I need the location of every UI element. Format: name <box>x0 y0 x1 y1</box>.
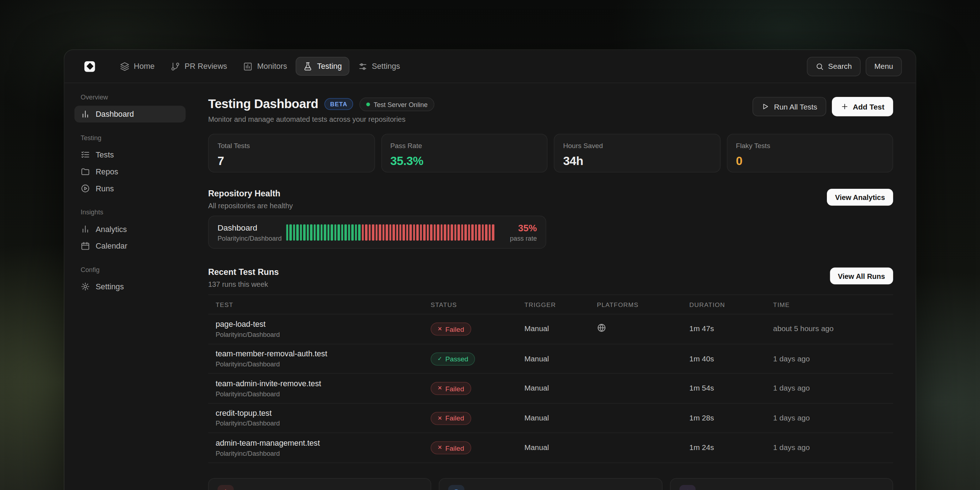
stats-row: Total Tests7Pass Rate35.3%Hours Saved34h… <box>208 134 893 173</box>
nav-item-monitors[interactable]: Monitors <box>236 57 295 76</box>
sidebar-item-tests[interactable]: Tests <box>74 146 186 163</box>
sidebar-item-dashboard[interactable]: Dashboard <box>74 105 186 123</box>
fail-segment <box>478 224 480 240</box>
sidebar-item-analytics[interactable]: Analytics <box>74 221 186 237</box>
sidebar: OverviewDashboardTestingTestsReposRunsIn… <box>65 83 196 490</box>
pass-segment <box>355 224 357 240</box>
fail-segment <box>451 224 453 240</box>
repo-health-heading: Repository Health All repositories are h… <box>208 189 293 209</box>
fail-segment <box>427 224 429 240</box>
fail-segment <box>465 224 466 240</box>
fail-segment <box>392 224 395 240</box>
fail-segment <box>492 224 494 240</box>
recent-runs-subtitle: 137 runs this week <box>208 281 279 288</box>
fail-segment <box>488 224 491 240</box>
duration-cell: 1m 24s <box>689 443 773 452</box>
fail-segment <box>444 224 446 240</box>
time-cell: about 5 hours ago <box>773 325 893 333</box>
page-header-left: Testing Dashboard BETA Test Server Onlin… <box>208 97 434 123</box>
app-logo[interactable] <box>84 61 95 72</box>
status-badge-failed: ✕Failed <box>431 323 471 336</box>
sidebar-item-runs[interactable]: Runs <box>74 180 186 197</box>
status-label: Failed <box>445 444 464 452</box>
stat-value: 0 <box>736 154 884 168</box>
stat-card-total-tests: Total Tests7 <box>208 134 375 173</box>
calendar-icon <box>81 242 90 251</box>
view-analytics-button[interactable]: View Analytics <box>827 189 893 206</box>
sliders-icon <box>358 62 368 71</box>
bar-chart-icon <box>81 224 90 234</box>
stat-label: Pass Rate <box>390 142 538 150</box>
test-name: page-load-test <box>215 320 431 329</box>
app-window: HomePR ReviewsMonitorsTestingSettings Se… <box>65 50 916 490</box>
fail-segment <box>485 224 487 240</box>
repo-health-card[interactable]: Dashboard Polarityinc/Dashboard 35% pass… <box>208 215 546 248</box>
quick-action-label: View Analytics <box>702 488 759 490</box>
search-button[interactable]: Search <box>807 57 861 76</box>
test-run-row[interactable]: team-admin-invite-remove.testPolarityinc… <box>208 374 893 403</box>
duration-cell: 1m 54s <box>689 384 773 393</box>
monitor-chart-icon <box>243 62 253 71</box>
nav-item-label: Settings <box>372 62 400 71</box>
quick-actions-row: View Failing TestsSchedule TestsView Ana… <box>208 478 893 490</box>
nav-item-pr-reviews[interactable]: PR Reviews <box>163 57 235 76</box>
sidebar-item-label: Settings <box>95 282 124 291</box>
sidebar-item-label: Repos <box>95 167 118 176</box>
fail-segment <box>482 224 484 240</box>
status-badge-failed: ✕Failed <box>431 441 471 454</box>
sidebar-item-repos[interactable]: Repos <box>74 163 186 180</box>
sidebar-section-label-overview: Overview <box>74 93 186 100</box>
view-all-runs-button[interactable]: View All Runs <box>830 267 893 284</box>
fail-segment <box>399 224 401 240</box>
duration-cell: 1m 28s <box>689 414 773 422</box>
pass-segment <box>331 224 333 240</box>
nav-item-testing[interactable]: Testing <box>296 57 350 76</box>
nav-item-label: PR Reviews <box>185 62 227 71</box>
repo-name: Dashboard <box>218 223 278 232</box>
fail-segment <box>430 224 432 240</box>
status-cell: ✕Failed <box>431 411 524 425</box>
quick-action-schedule-tests[interactable]: Schedule Tests <box>439 478 662 490</box>
layers-icon <box>120 62 129 71</box>
search-button-label: Search <box>828 62 852 71</box>
pass-segment <box>296 224 299 240</box>
status-label: Passed <box>445 355 468 363</box>
search-icon <box>816 62 824 71</box>
x-icon: ✕ <box>438 445 442 451</box>
repo-health-title: Repository Health <box>208 189 293 198</box>
test-run-row[interactable]: admin-team-management.testPolarityinc/Da… <box>208 433 893 463</box>
quick-action-view-failing-tests[interactable]: View Failing Tests <box>208 478 432 490</box>
test-cell: admin-team-management.testPolarityinc/Da… <box>215 439 431 457</box>
sidebar-item-settings[interactable]: Settings <box>74 278 186 295</box>
recent-runs-section-header: Recent Test Runs 137 runs this week View… <box>208 267 893 288</box>
test-run-row[interactable]: team-member-removal-auth.testPolarityinc… <box>208 344 893 374</box>
pass-segment <box>293 224 296 240</box>
status-badge-passed: ✓Passed <box>431 352 475 365</box>
sidebar-item-label: Analytics <box>95 225 127 234</box>
add-test-button[interactable]: Add Test <box>832 97 893 116</box>
test-cell: page-load-testPolarityinc/Dashboard <box>215 320 431 338</box>
quick-action-view-analytics[interactable]: View Analytics <box>670 478 893 490</box>
test-run-row[interactable]: credit-topup.testPolarityinc/Dashboard✕F… <box>208 404 893 433</box>
fail-segment <box>389 224 391 240</box>
stat-label: Hours Saved <box>563 142 711 150</box>
add-test-label: Add Test <box>853 102 885 111</box>
alert-triangle-icon <box>218 485 234 490</box>
sidebar-item-calendar[interactable]: Calendar <box>74 237 186 255</box>
fail-segment <box>365 224 367 240</box>
repo-health-subtitle: All repositories are healthy <box>208 202 293 209</box>
page-subtitle: Monitor and manage automated tests acros… <box>208 116 434 123</box>
nav-item-home[interactable]: Home <box>112 57 162 76</box>
menu-button[interactable]: Menu <box>865 57 902 76</box>
fail-segment <box>362 224 364 240</box>
repo-path: Polarityinc/Dashboard <box>218 234 278 242</box>
stat-value: 7 <box>218 154 365 168</box>
test-run-row[interactable]: page-load-testPolarityinc/Dashboard✕Fail… <box>208 315 893 344</box>
run-all-tests-button[interactable]: Run All Tests <box>752 97 826 116</box>
test-name: admin-team-management.test <box>215 439 431 447</box>
trigger-cell: Manual <box>524 384 597 393</box>
table-header-row: TESTSTATUSTRIGGERPLATFORMSDURATIONTIME <box>208 295 893 315</box>
nav-item-settings[interactable]: Settings <box>350 57 407 76</box>
stat-label: Total Tests <box>218 142 365 150</box>
primary-nav: HomePR ReviewsMonitorsTestingSettings <box>112 57 407 76</box>
